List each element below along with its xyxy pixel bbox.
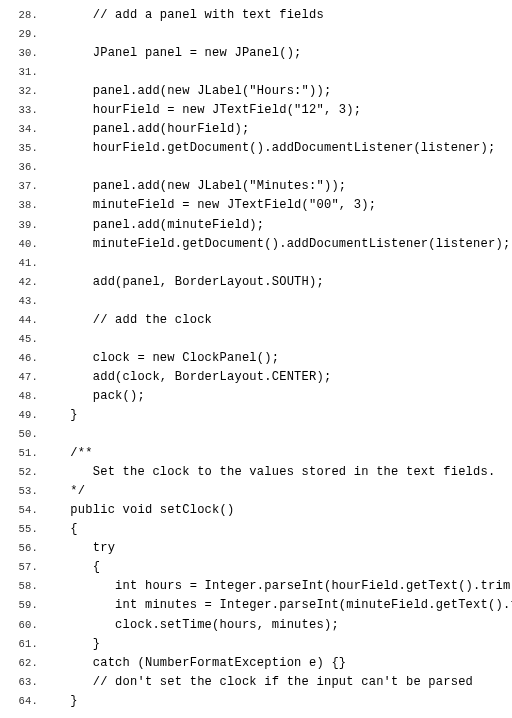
code-line: 51. /** <box>4 444 508 463</box>
line-number: 48. <box>4 387 48 406</box>
code-text: /** <box>48 444 508 463</box>
code-line: 29. <box>4 25 508 44</box>
code-line: 45. <box>4 330 508 349</box>
line-number: 56. <box>4 539 48 558</box>
code-line: 34. panel.add(hourField); <box>4 120 508 139</box>
code-text: // don't set the clock if the input can'… <box>48 673 508 692</box>
code-line: 36. <box>4 158 508 177</box>
code-line: 41. <box>4 254 508 273</box>
code-line: 64. } <box>4 692 508 711</box>
line-number: 28. <box>4 6 48 25</box>
line-number: 60. <box>4 616 48 635</box>
line-number: 37. <box>4 177 48 196</box>
code-line: 58. int hours = Integer.parseInt(hourFie… <box>4 577 508 596</box>
code-line: 28. // add a panel with text fields <box>4 6 508 25</box>
code-line: 57. { <box>4 558 508 577</box>
line-number: 57. <box>4 558 48 577</box>
code-text: pack(); <box>48 387 508 406</box>
line-number: 42. <box>4 273 48 292</box>
code-line: 46. clock = new ClockPanel(); <box>4 349 508 368</box>
code-line: 32. panel.add(new JLabel("Hours:")); <box>4 82 508 101</box>
line-number: 45. <box>4 330 48 349</box>
code-line: 60. clock.setTime(hours, minutes); <box>4 616 508 635</box>
line-number: 61. <box>4 635 48 654</box>
code-line: 49. } <box>4 406 508 425</box>
code-text: minuteField.getDocument().addDocumentLis… <box>48 235 510 254</box>
code-line: 53. */ <box>4 482 508 501</box>
line-number: 53. <box>4 482 48 501</box>
code-line: 31. <box>4 63 508 82</box>
code-text: } <box>48 635 508 654</box>
line-number: 40. <box>4 235 48 254</box>
code-line: 30. JPanel panel = new JPanel(); <box>4 44 508 63</box>
code-line: 56. try <box>4 539 508 558</box>
code-line: 54. public void setClock() <box>4 501 508 520</box>
line-number: 51. <box>4 444 48 463</box>
line-number: 44. <box>4 311 48 330</box>
line-number: 38. <box>4 196 48 215</box>
code-text: { <box>48 558 508 577</box>
line-number: 64. <box>4 692 48 711</box>
code-text: add(panel, BorderLayout.SOUTH); <box>48 273 508 292</box>
line-number: 33. <box>4 101 48 120</box>
line-number: 34. <box>4 120 48 139</box>
line-number: 43. <box>4 292 48 311</box>
line-number: 35. <box>4 139 48 158</box>
code-line: 47. add(clock, BorderLayout.CENTER); <box>4 368 508 387</box>
code-text: hourField = new JTextField("12", 3); <box>48 101 508 120</box>
code-text: panel.add(hourField); <box>48 120 508 139</box>
line-number: 52. <box>4 463 48 482</box>
code-text: clock = new ClockPanel(); <box>48 349 508 368</box>
line-number: 59. <box>4 596 48 615</box>
line-number: 29. <box>4 25 48 44</box>
line-number: 50. <box>4 425 48 444</box>
code-text: public void setClock() <box>48 501 508 520</box>
code-line: 35. hourField.getDocument().addDocumentL… <box>4 139 508 158</box>
code-text: JPanel panel = new JPanel(); <box>48 44 508 63</box>
code-listing: 28. // add a panel with text fields 29. … <box>0 0 512 718</box>
code-text: // add a panel with text fields <box>48 6 508 25</box>
code-text: panel.add(new JLabel("Hours:")); <box>48 82 508 101</box>
line-number: 32. <box>4 82 48 101</box>
line-number: 62. <box>4 654 48 673</box>
code-line: 48. pack(); <box>4 387 508 406</box>
code-text <box>48 330 508 349</box>
code-text: } <box>48 406 508 425</box>
code-line: 37. panel.add(new JLabel("Minutes:")); <box>4 177 508 196</box>
code-line: 42. add(panel, BorderLayout.SOUTH); <box>4 273 508 292</box>
line-number: 46. <box>4 349 48 368</box>
line-number: 54. <box>4 501 48 520</box>
code-line: 63. // don't set the clock if the input … <box>4 673 508 692</box>
line-number: 63. <box>4 673 48 692</box>
code-text: { <box>48 520 508 539</box>
code-line: 44. // add the clock <box>4 311 508 330</box>
code-text: add(clock, BorderLayout.CENTER); <box>48 368 508 387</box>
line-number: 31. <box>4 63 48 82</box>
code-text: panel.add(new JLabel("Minutes:")); <box>48 177 508 196</box>
code-text <box>48 254 508 273</box>
code-text: int minutes = Integer.parseInt(minuteFie… <box>48 596 512 615</box>
code-line: 50. <box>4 425 508 444</box>
line-number: 39. <box>4 216 48 235</box>
code-line: 61. } <box>4 635 508 654</box>
code-text: hourField.getDocument().addDocumentListe… <box>48 139 508 158</box>
code-text: try <box>48 539 508 558</box>
line-number: 58. <box>4 577 48 596</box>
code-text: // add the clock <box>48 311 508 330</box>
line-number: 41. <box>4 254 48 273</box>
code-text: minuteField = new JTextField("00", 3); <box>48 196 508 215</box>
code-text: */ <box>48 482 508 501</box>
code-line: 40. minuteField.getDocument().addDocumen… <box>4 235 508 254</box>
line-number: 47. <box>4 368 48 387</box>
line-number: 49. <box>4 406 48 425</box>
code-line: 43. <box>4 292 508 311</box>
line-number: 30. <box>4 44 48 63</box>
code-line: 33. hourField = new JTextField("12", 3); <box>4 101 508 120</box>
code-text: int hours = Integer.parseInt(hourField.g… <box>48 577 512 596</box>
code-text <box>48 292 508 311</box>
code-text: } <box>48 692 508 711</box>
code-text <box>48 63 508 82</box>
code-text <box>48 425 508 444</box>
code-text <box>48 158 508 177</box>
code-text: panel.add(minuteField); <box>48 216 508 235</box>
